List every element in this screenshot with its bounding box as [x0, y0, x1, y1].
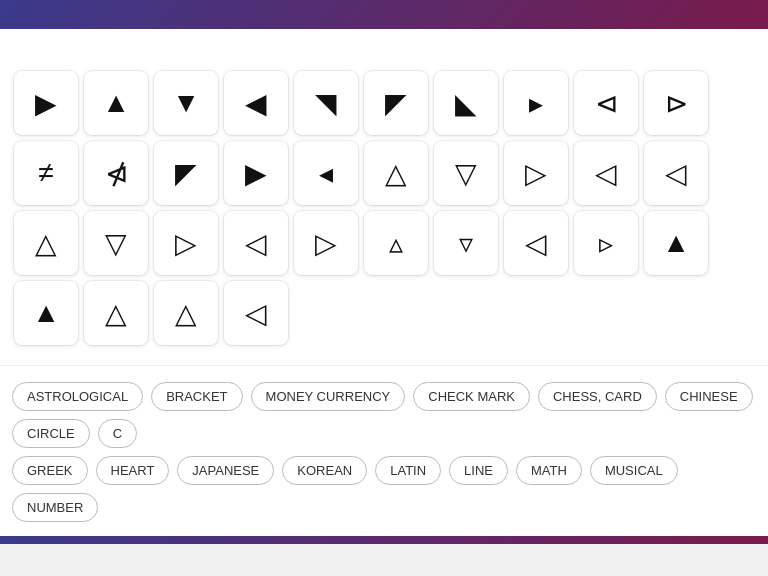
category-tag[interactable]: C	[98, 419, 137, 448]
symbol-grid: ▶▲▼◀◥◤◣▸⊲⊳≠⋪◤▶◂△▽▷◁◁△▽▷◁▷▵▿◁▹▲▲△△◁	[8, 71, 760, 345]
symbol-cell[interactable]: ◁	[504, 211, 568, 275]
symbol-cell[interactable]: ▷	[504, 141, 568, 205]
symbol-cell[interactable]: ⊲	[574, 71, 638, 135]
category-tag[interactable]: MONEY CURRENCY	[251, 382, 406, 411]
symbol-cell[interactable]: ▽	[84, 211, 148, 275]
symbol-cell[interactable]: ◁	[224, 211, 288, 275]
symbol-cell[interactable]: ◣	[434, 71, 498, 135]
symbol-cell[interactable]: ▷	[294, 211, 358, 275]
symbol-cell[interactable]: ◁	[574, 141, 638, 205]
symbol-cell[interactable]: △	[154, 281, 218, 345]
symbol-cell[interactable]: ▶	[14, 71, 78, 135]
symbol-cell[interactable]: ◥	[294, 71, 358, 135]
symbol-cell[interactable]: ⊳	[644, 71, 708, 135]
category-tag[interactable]: MUSICAL	[590, 456, 678, 485]
symbol-cell[interactable]: ◂	[294, 141, 358, 205]
category-tag[interactable]: CIRCLE	[12, 419, 90, 448]
symbol-cell[interactable]: ≠	[14, 141, 78, 205]
category-tag[interactable]: LINE	[449, 456, 508, 485]
symbol-cell[interactable]: ▼	[154, 71, 218, 135]
category-tag[interactable]: CHECK MARK	[413, 382, 530, 411]
symbol-cell[interactable]: ◀	[224, 71, 288, 135]
category-tag[interactable]: MATH	[516, 456, 582, 485]
symbol-cell[interactable]: ▿	[434, 211, 498, 275]
symbol-cell[interactable]: ▷	[154, 211, 218, 275]
symbol-cell[interactable]: △	[14, 211, 78, 275]
category-tag[interactable]: CHESS, CARD	[538, 382, 657, 411]
symbol-grid-wrapper: ▶▲▼◀◥◤◣▸⊲⊳≠⋪◤▶◂△▽▷◁◁△▽▷◁▷▵▿◁▹▲▲△△◁	[0, 61, 768, 365]
category-tag[interactable]: ASTROLOGICAL	[12, 382, 143, 411]
symbol-cell[interactable]: ⋪	[84, 141, 148, 205]
symbol-cell[interactable]: ▽	[434, 141, 498, 205]
category-tag[interactable]: LATIN	[375, 456, 441, 485]
category-row-2: GREEKHEARTJAPANESEKOREANLATINLINEMATHMUS…	[8, 452, 760, 526]
category-section: ASTROLOGICALBRACKETMONEY CURRENCYCHECK M…	[0, 365, 768, 536]
category-tag[interactable]: KOREAN	[282, 456, 367, 485]
symbol-cell[interactable]: △	[84, 281, 148, 345]
category-tag[interactable]: JAPANESE	[177, 456, 274, 485]
symbol-cell[interactable]: ◁	[224, 281, 288, 345]
symbol-cell[interactable]: ▹	[574, 211, 638, 275]
symbol-cell[interactable]: ▵	[364, 211, 428, 275]
symbol-cell[interactable]: ◤	[154, 141, 218, 205]
symbol-cell[interactable]: ▲	[644, 211, 708, 275]
category-tag[interactable]: HEART	[96, 456, 170, 485]
category-row-1: ASTROLOGICALBRACKETMONEY CURRENCYCHECK M…	[8, 378, 760, 452]
symbol-cell[interactable]: ▸	[504, 71, 568, 135]
symbol-cell[interactable]: △	[364, 141, 428, 205]
category-tag[interactable]: NUMBER	[12, 493, 98, 522]
category-tag[interactable]: BRACKET	[151, 382, 242, 411]
category-tag[interactable]: GREEK	[12, 456, 88, 485]
symbol-cell[interactable]: ▶	[224, 141, 288, 205]
category-tag[interactable]: CHINESE	[665, 382, 753, 411]
symbol-cell[interactable]: ◤	[364, 71, 428, 135]
page-title-section	[0, 29, 768, 61]
symbol-cell[interactable]: ◁	[644, 141, 708, 205]
symbol-cell[interactable]: ▲	[84, 71, 148, 135]
site-header	[0, 0, 768, 29]
symbol-cell[interactable]: ▲	[14, 281, 78, 345]
bottom-bar	[0, 536, 768, 544]
